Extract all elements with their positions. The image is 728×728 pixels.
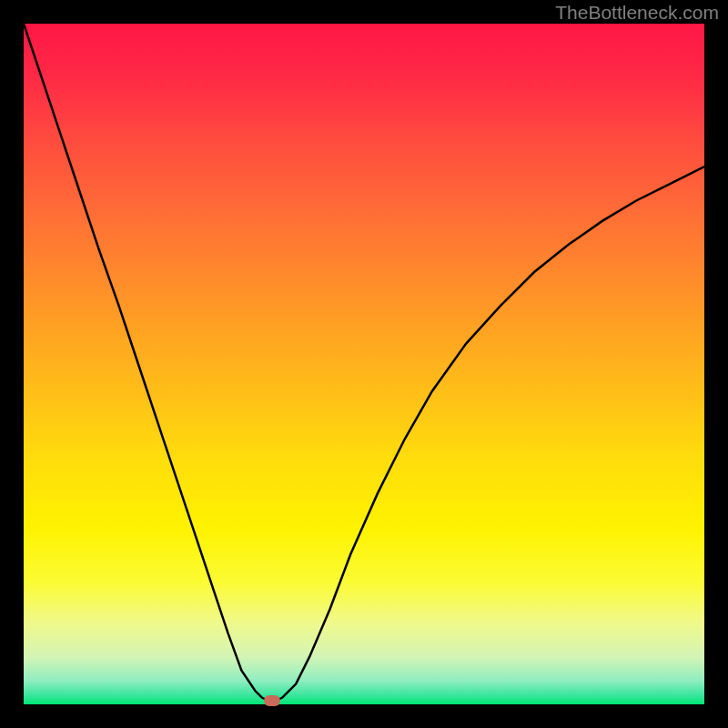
chart-plot-area	[24, 24, 704, 704]
bottleneck-marker	[264, 695, 280, 706]
watermark-text: TheBottleneck.com	[555, 2, 719, 24]
bottleneck-curve	[24, 24, 704, 704]
